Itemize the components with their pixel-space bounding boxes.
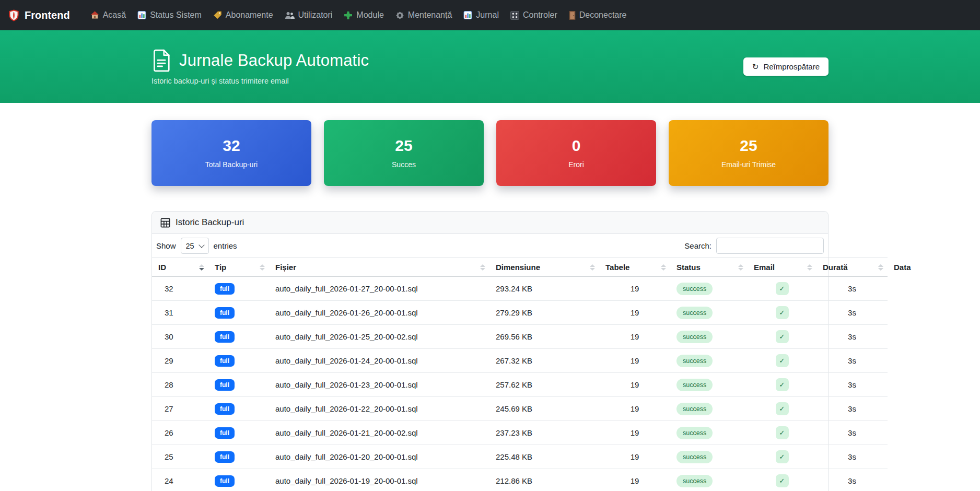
stat-value: 25 bbox=[740, 138, 757, 154]
nav-item-utilizatori[interactable]: Utilizatori bbox=[279, 6, 339, 24]
cell-dimensiune: 245.69 KB bbox=[489, 397, 599, 421]
cell-tabele: 19 bbox=[599, 397, 670, 421]
tip-badge: full bbox=[215, 379, 235, 391]
email-sent-check: ✓ bbox=[776, 282, 789, 295]
column-header-tip[interactable]: Tip bbox=[208, 258, 269, 277]
nav-item-label: Jurnal bbox=[476, 10, 499, 20]
cell-email: ✓ bbox=[748, 397, 816, 421]
nav-item-module[interactable]: Module bbox=[338, 6, 389, 24]
navbar-items: AcasăStatus SistemAbonamenteUtilizatoriM… bbox=[85, 6, 633, 24]
cell-fisier: auto_daily_full_2026-01-23_20-00-01.sql bbox=[269, 373, 489, 397]
cell-durata: 3s bbox=[816, 421, 888, 445]
page-length-select-wrap: 25 bbox=[181, 238, 209, 254]
table-row: 32fullauto_daily_full_2026-01-27_20-00-0… bbox=[152, 277, 888, 301]
table-body: 32fullauto_daily_full_2026-01-27_20-00-0… bbox=[152, 277, 888, 491]
page-length-select[interactable]: 25 bbox=[181, 238, 209, 254]
cell-dimensiune: 269.56 KB bbox=[489, 325, 599, 349]
cell-fisier: auto_daily_full_2026-01-22_20-00-01.sql bbox=[269, 397, 489, 421]
hero-left: Jurnale Backup Automatic Istoric backup-… bbox=[151, 49, 369, 85]
cell-id: 25 bbox=[152, 445, 208, 469]
brand-shield-icon bbox=[8, 9, 19, 21]
column-label: Fișier bbox=[275, 263, 296, 272]
brand[interactable]: Frontend bbox=[8, 9, 70, 21]
column-label: Tabele bbox=[605, 263, 629, 272]
tag-icon bbox=[213, 11, 222, 19]
bar-chart-icon bbox=[463, 11, 472, 19]
tip-badge: full bbox=[215, 475, 235, 487]
nav-item-label: Controler bbox=[523, 10, 557, 20]
stat-value: 0 bbox=[572, 138, 581, 154]
cell-tabele: 19 bbox=[599, 373, 670, 397]
cell-status: success bbox=[670, 349, 748, 373]
cell-id: 30 bbox=[152, 325, 208, 349]
backup-history-panel: Istoric Backup-uri Show 25 entries Searc… bbox=[151, 211, 829, 491]
tip-badge: full bbox=[215, 451, 235, 463]
stat-label: Erori bbox=[568, 160, 584, 169]
cell-fisier: auto_daily_full_2026-01-20_20-00-01.sql bbox=[269, 445, 489, 469]
cell-id: 26 bbox=[152, 421, 208, 445]
cell-tabele: 19 bbox=[599, 469, 670, 491]
cell-durata: 3s bbox=[816, 277, 888, 301]
stat-label: Email-uri Trimise bbox=[721, 160, 776, 169]
cell-dimensiune: 212.86 KB bbox=[489, 469, 599, 491]
column-header-dimensiune[interactable]: Dimensiune bbox=[489, 258, 599, 277]
cell-status: success bbox=[670, 301, 748, 325]
table-row: 26fullauto_daily_full_2026-01-21_20-00-0… bbox=[152, 421, 888, 445]
datatable-controls: Show 25 entries Search: bbox=[152, 234, 828, 258]
tip-badge: full bbox=[215, 403, 235, 415]
status-badge: success bbox=[676, 451, 713, 463]
refresh-label: Reîmprospătare bbox=[763, 62, 820, 71]
nav-item-mentenanta[interactable]: Mentenanță bbox=[390, 6, 458, 24]
stat-value: 32 bbox=[223, 138, 240, 154]
column-label: Dimensiune bbox=[496, 263, 540, 272]
cell-fisier: auto_daily_full_2026-01-21_20-00-02.sql bbox=[269, 421, 489, 445]
nav-item-acasa[interactable]: Acasă bbox=[85, 6, 132, 24]
search-input[interactable] bbox=[716, 238, 824, 254]
users-icon bbox=[285, 11, 295, 19]
bar-chart-icon bbox=[137, 11, 146, 19]
column-header-email[interactable]: Email bbox=[748, 258, 816, 277]
door-icon bbox=[569, 11, 576, 20]
table-row: 25fullauto_daily_full_2026-01-20_20-00-0… bbox=[152, 445, 888, 469]
sort-icon bbox=[738, 264, 743, 271]
cell-tabele: 19 bbox=[599, 277, 670, 301]
refresh-button[interactable]: ↻ Reîmprospătare bbox=[743, 57, 829, 76]
cell-status: success bbox=[670, 373, 748, 397]
column-header-id[interactable]: ID bbox=[152, 258, 208, 277]
cell-id: 31 bbox=[152, 301, 208, 325]
column-label: Tip bbox=[215, 263, 226, 272]
nav-item-label: Deconectare bbox=[579, 10, 627, 20]
cell-dimensiune: 267.32 KB bbox=[489, 349, 599, 373]
table-header-row: IDTipFișierDimensiuneTabeleStatusEmailDu… bbox=[152, 258, 888, 277]
entries-label: entries bbox=[214, 241, 237, 250]
stat-label: Succes bbox=[392, 160, 416, 169]
stat-card-erori: 0Erori bbox=[496, 120, 656, 186]
nav-item-jurnal[interactable]: Jurnal bbox=[458, 6, 505, 24]
panel-header: Istoric Backup-uri bbox=[152, 212, 828, 234]
nav-item-deconectare[interactable]: Deconectare bbox=[563, 6, 633, 24]
sort-icon bbox=[260, 264, 265, 271]
email-sent-check: ✓ bbox=[776, 402, 789, 415]
stat-label: Total Backup-uri bbox=[205, 160, 258, 169]
email-sent-check: ✓ bbox=[776, 426, 789, 439]
column-header-fisier[interactable]: Fișier bbox=[269, 258, 489, 277]
column-header-tabele[interactable]: Tabele bbox=[599, 258, 670, 277]
column-header-durata[interactable]: Durată bbox=[816, 258, 888, 277]
show-label: Show bbox=[156, 241, 176, 250]
status-badge: success bbox=[676, 379, 713, 391]
page-subtitle: Istoric backup-uri și status trimitere e… bbox=[151, 77, 369, 85]
cell-tip: full bbox=[208, 469, 269, 491]
nav-item-controler[interactable]: Controler bbox=[505, 6, 563, 24]
column-header-status[interactable]: Status bbox=[670, 258, 748, 277]
email-sent-check: ✓ bbox=[776, 450, 789, 463]
column-label: Durată bbox=[823, 263, 848, 272]
backup-history-table: IDTipFișierDimensiuneTabeleStatusEmailDu… bbox=[152, 258, 888, 491]
status-badge: success bbox=[676, 427, 713, 439]
cell-email: ✓ bbox=[748, 277, 816, 301]
column-label: Status bbox=[676, 263, 701, 272]
sort-icon bbox=[590, 264, 595, 271]
cell-status: success bbox=[670, 421, 748, 445]
nav-item-abonamente[interactable]: Abonamente bbox=[207, 6, 279, 24]
nav-item-status-sistem[interactable]: Status Sistem bbox=[132, 6, 207, 24]
refresh-icon: ↻ bbox=[752, 63, 759, 71]
